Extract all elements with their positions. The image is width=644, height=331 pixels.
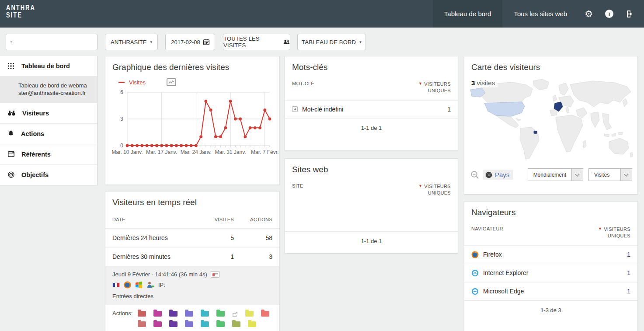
action-page-icon[interactable]: [201, 321, 209, 327]
map-french-guiana-highlight[interactable]: [534, 131, 537, 134]
table-row[interactable]: Dernières 30 minutes 1 3: [105, 247, 279, 266]
search-icon: [10, 38, 12, 45]
zoom-out-icon[interactable]: [470, 171, 479, 179]
site-selector[interactable]: ANTHRASITE ▾: [105, 34, 158, 50]
expand-row-icon[interactable]: [292, 106, 298, 112]
action-page-icon[interactable]: [248, 321, 256, 327]
table-row[interactable]: Microsoft Edge 1: [464, 282, 637, 300]
map-india[interactable]: [591, 112, 599, 128]
pagination[interactable]: 1-3 de 3: [464, 300, 637, 320]
select-dropdown-button[interactable]: [572, 168, 583, 181]
map-cuba[interactable]: [516, 118, 521, 121]
col-actions: ACTIONS: [234, 217, 272, 222]
settings-button[interactable]: ⚙: [578, 0, 599, 28]
map-new-zealand[interactable]: [630, 152, 633, 157]
row-actions: 3: [234, 253, 272, 260]
action-page-icon[interactable]: [201, 311, 209, 317]
nav-tableau-de-bord[interactable]: Tableau de bord: [433, 0, 503, 28]
table-row[interactable]: Dernières 24 heures 5 58: [105, 228, 279, 247]
help-button[interactable]: i: [599, 0, 620, 28]
action-page-icon[interactable]: [169, 321, 178, 327]
map-metric-select[interactable]: Visites: [588, 168, 632, 181]
segment-selector[interactable]: TOUTES LES VISITES: [223, 34, 290, 50]
map-level-pays-button[interactable]: Pays: [483, 170, 513, 180]
col-date: DATE: [112, 217, 195, 222]
sort-desc-icon[interactable]: ▼: [418, 184, 422, 188]
dashboard-selector[interactable]: TABLEAU DE BORD ▾: [297, 34, 366, 50]
action-page-icon[interactable]: [261, 311, 269, 317]
map-indonesia[interactable]: [604, 134, 609, 137]
target-icon: [8, 171, 14, 178]
svg-text:Mar. 7 Févr.: Mar. 7 Févr.: [251, 149, 278, 155]
map-mexico[interactable]: [496, 115, 519, 128]
map-middle-east[interactable]: [576, 108, 587, 118]
logout-button[interactable]: [620, 0, 644, 28]
col-unique-visitors[interactable]: VISITEURS UNIQUES: [424, 183, 451, 196]
map-southeast-asia[interactable]: [602, 113, 612, 130]
pagination[interactable]: 1-1 de 1: [285, 231, 458, 251]
map-region-select[interactable]: Mondialement: [528, 168, 583, 181]
row-value: 1: [604, 251, 630, 258]
map-indonesia[interactable]: [612, 133, 616, 136]
map-japan[interactable]: [623, 98, 627, 107]
table-row[interactable]: Internet Explorer 1: [464, 264, 637, 282]
map-italy[interactable]: [566, 107, 569, 113]
widget-realtime-visitors: Visiteurs en temps réel DATE VISITES ACT…: [105, 191, 280, 331]
map-greenland[interactable]: [533, 79, 549, 90]
firefox-icon: [471, 251, 479, 258]
col-unique-visitors[interactable]: VISITEURS UNIQUES: [424, 81, 451, 94]
action-page-icon[interactable]: [185, 311, 193, 317]
dashboard-selector-label: TABLEAU DE BORD: [302, 39, 356, 45]
table-row[interactable]: Firefox 1: [464, 245, 637, 264]
widget-websites: Sites web SITE ▼ VISITEURS UNIQUES 1-1 d…: [285, 158, 458, 254]
map-madagascar[interactable]: [583, 140, 586, 148]
map-africa[interactable]: [556, 115, 583, 152]
export-chart-button[interactable]: [167, 78, 176, 86]
action-page-icon[interactable]: [216, 311, 225, 317]
sidebar-item-visiteurs[interactable]: Visiteurs: [0, 103, 97, 124]
widget-keywords: Mots-clés MOT-CLÉ ▼ VISITEURS UNIQUES Mo…: [285, 56, 458, 151]
action-page-icon[interactable]: [153, 321, 162, 327]
sidebar-item-label: Visiteurs: [22, 110, 49, 117]
action-page-icon[interactable]: [216, 321, 225, 327]
sidebar-item-dashboard[interactable]: Tableau de bord: [0, 56, 97, 77]
pays-label: Pays: [495, 171, 509, 178]
action-page-icon[interactable]: [185, 321, 193, 327]
map-asia[interactable]: [570, 81, 631, 107]
action-page-icon[interactable]: [245, 311, 254, 317]
action-page-icon[interactable]: [153, 311, 162, 317]
visits-line-chart[interactable]: 036Mar. 10 Janv.Mar. 17 Janv.Mar. 24 Jan…: [112, 87, 273, 160]
date-selector[interactable]: 2017-02-08: [165, 34, 215, 50]
action-page-icon[interactable]: [169, 311, 178, 317]
legend-label[interactable]: Visites: [129, 79, 146, 86]
world-map[interactable]: [469, 77, 633, 162]
search-box[interactable]: [6, 34, 97, 50]
external-link-icon[interactable]: [232, 311, 238, 317]
action-page-icon[interactable]: [232, 321, 240, 327]
select-dropdown-button[interactable]: [621, 168, 632, 181]
map-indonesia[interactable]: [618, 132, 623, 135]
action-page-icon[interactable]: [138, 321, 146, 327]
col-unique-visitors[interactable]: VISITEURS UNIQUES: [604, 226, 630, 239]
empty-table-body: [285, 202, 458, 231]
anthrasite-logo[interactable]: ANTHRA SITE: [6, 4, 35, 34]
visitor-profile-icon[interactable]: [211, 271, 219, 278]
pagination[interactable]: 1-1 de 1: [285, 118, 458, 137]
sidebar-item-actions[interactable]: Actions: [0, 124, 97, 144]
sidebar-item-objectifs[interactable]: Objectifs: [0, 165, 97, 185]
map-usa-highlight[interactable]: [484, 102, 525, 116]
action-icons: [138, 310, 272, 327]
nav-label: Tous les sites web: [514, 10, 567, 17]
sort-desc-icon[interactable]: ▼: [418, 81, 422, 86]
action-page-icon[interactable]: [138, 311, 146, 317]
sidebar-item-referents[interactable]: Référents: [0, 144, 97, 165]
map-visit-label: visites: [475, 79, 495, 87]
sidebar-item-dashboard-user[interactable]: Tableau de bord de webmaster@anthrasite-…: [0, 77, 97, 103]
map-australia[interactable]: [609, 138, 629, 154]
search-input[interactable]: [16, 39, 93, 45]
nav-tous-les-sites[interactable]: Tous les sites web: [502, 0, 578, 28]
map-uk[interactable]: [553, 95, 557, 101]
map-scandinavia[interactable]: [559, 83, 568, 95]
table-row[interactable]: Mot-clé indéfini 1: [285, 100, 458, 118]
sort-desc-icon[interactable]: ▼: [598, 226, 602, 231]
